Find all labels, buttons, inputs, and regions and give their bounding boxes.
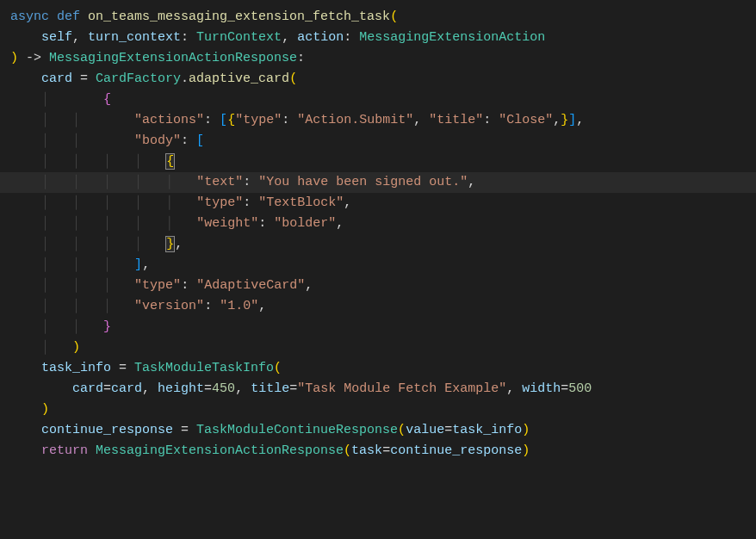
comma: , xyxy=(72,30,88,45)
code-line-2[interactable]: self, turn_context: TurnContext, action:… xyxy=(0,28,756,48)
param-card: card xyxy=(72,381,103,396)
arrow: -> xyxy=(18,51,49,65)
indent-guide: │ xyxy=(72,154,80,169)
param-height: height xyxy=(158,381,204,396)
code-line-20[interactable]: ) xyxy=(0,400,756,420)
comma: , xyxy=(258,299,266,313)
indent-guide: │ xyxy=(41,340,49,355)
class-cardfactory: CardFactory xyxy=(96,71,181,86)
colon: : xyxy=(181,133,196,148)
type-messagingextensionaction: MessagingExtensionAction xyxy=(359,30,545,45)
comma: , xyxy=(553,113,561,127)
val-close: "Close" xyxy=(499,113,553,127)
space xyxy=(88,443,96,458)
key-version: "version" xyxy=(134,299,204,313)
code-line-11[interactable]: │ │ │ │ │ "weight": "bolder", xyxy=(0,214,756,234)
code-line-21[interactable]: continue_response = TaskModuleContinueRe… xyxy=(0,420,756,441)
comma: , xyxy=(305,278,313,293)
equals: = xyxy=(72,71,96,86)
method-adaptive-card: adaptive_card xyxy=(189,71,289,86)
code-line-16[interactable]: │ │ } xyxy=(0,317,756,338)
colon: : xyxy=(297,51,305,65)
indent-guide: │ xyxy=(41,237,49,251)
keyword-def: def xyxy=(57,9,80,24)
close-brace: } xyxy=(561,113,568,127)
comma: , xyxy=(282,30,297,45)
class-taskmoduletaskinfo: TaskModuleTaskInfo xyxy=(134,361,274,375)
var-continue-response: continue_response xyxy=(41,423,173,437)
code-line-9[interactable]: │ │ │ │ │ "text": "You have been signed … xyxy=(0,172,756,193)
code-line-22[interactable]: return MessagingExtensionActionResponse(… xyxy=(0,441,756,462)
indent-guide: │ xyxy=(72,299,80,313)
key-type: "type" xyxy=(235,113,282,127)
val-1-0: "1.0" xyxy=(220,299,258,313)
param-action: action xyxy=(297,30,344,45)
code-line-5[interactable]: │ { xyxy=(0,90,756,110)
open-paren: ( xyxy=(344,443,351,458)
code-line-3[interactable]: ) -> MessagingExtensionActionResponse: xyxy=(0,48,756,69)
code-editor[interactable]: async def on_teams_messaging_extension_f… xyxy=(0,7,756,462)
indent-guide: │ xyxy=(72,195,80,210)
code-line-12[interactable]: │ │ │ │ }, xyxy=(0,234,756,255)
code-line-7[interactable]: │ │ "body": [ xyxy=(0,131,756,152)
code-line-18[interactable]: task_info = TaskModuleTaskInfo( xyxy=(0,358,756,379)
indent-guide: │ xyxy=(41,92,49,107)
comma: , xyxy=(336,216,344,231)
open-bracket: [ xyxy=(196,133,204,148)
equals: = xyxy=(173,423,196,437)
equals: = xyxy=(204,381,212,396)
code-line-14[interactable]: │ │ │ "type": "AdaptiveCard", xyxy=(0,276,756,296)
param-value: value xyxy=(406,423,444,437)
param-turn-context: turn_context xyxy=(88,30,181,45)
comma: , xyxy=(413,113,429,127)
val-continue-response: continue_response xyxy=(390,443,522,458)
equals: = xyxy=(111,361,134,375)
indent-guide: │ xyxy=(134,195,142,210)
indent-guide: │ xyxy=(41,175,49,189)
indent-guide: │ xyxy=(41,133,49,148)
code-line-4[interactable]: card = CardFactory.adaptive_card( xyxy=(0,69,756,90)
indent-guide: │ xyxy=(41,257,49,272)
code-line-6[interactable]: │ │ "actions": [{"type": "Action.Submit"… xyxy=(0,110,756,131)
code-line-13[interactable]: │ │ │ ], xyxy=(0,255,756,276)
code-line-17[interactable]: │ ) xyxy=(0,338,756,358)
class-taskmodulecontinueresponse: TaskModuleContinueResponse xyxy=(196,423,398,437)
indent-guide: │ xyxy=(103,299,111,313)
comma: , xyxy=(576,113,584,127)
indent-guide: │ xyxy=(165,175,173,189)
colon: : xyxy=(282,113,297,127)
indent-guide: │ xyxy=(72,237,80,251)
open-paren: ( xyxy=(274,361,282,375)
open-paren: ( xyxy=(390,9,398,24)
code-line-19[interactable]: card=card, height=450, title="Task Modul… xyxy=(0,379,756,400)
indent-guide: │ xyxy=(103,195,111,210)
indent-guide: │ xyxy=(72,319,80,334)
code-line-1[interactable]: async def on_teams_messaging_extension_f… xyxy=(0,7,756,28)
val-title: "Task Module Fetch Example" xyxy=(297,381,506,396)
val-action-submit: "Action.Submit" xyxy=(297,113,413,127)
key-type: "type" xyxy=(196,195,243,210)
keyword-return: return xyxy=(41,443,88,458)
type-turncontext: TurnContext xyxy=(196,30,282,45)
key-actions: "actions" xyxy=(134,113,204,127)
indent-guide: │ xyxy=(72,216,80,231)
code-line-10[interactable]: │ │ │ │ │ "type": "TextBlock", xyxy=(0,193,756,214)
indent-guide: │ xyxy=(41,278,49,293)
code-line-15[interactable]: │ │ │ "version": "1.0", xyxy=(0,296,756,317)
indent-guide: │ xyxy=(41,195,49,210)
comma: , xyxy=(344,195,351,210)
indent-guide: │ xyxy=(134,175,142,189)
function-name: on_teams_messaging_extension_fetch_task xyxy=(88,9,390,24)
close-brace-highlight: } xyxy=(165,236,175,252)
indent-guide: │ xyxy=(103,278,111,293)
val-signed-out: "You have been signed out." xyxy=(258,175,468,189)
key-weight: "weight" xyxy=(196,216,258,231)
val-adaptivecard: "AdaptiveCard" xyxy=(196,278,305,293)
open-paren: ( xyxy=(398,423,406,437)
close-paren: ) xyxy=(522,443,530,458)
indent-guide: │ xyxy=(134,216,142,231)
code-line-8[interactable]: │ │ │ │ { xyxy=(0,152,756,172)
open-brace: { xyxy=(227,113,235,127)
comma: , xyxy=(142,257,150,272)
comma: , xyxy=(175,237,183,251)
